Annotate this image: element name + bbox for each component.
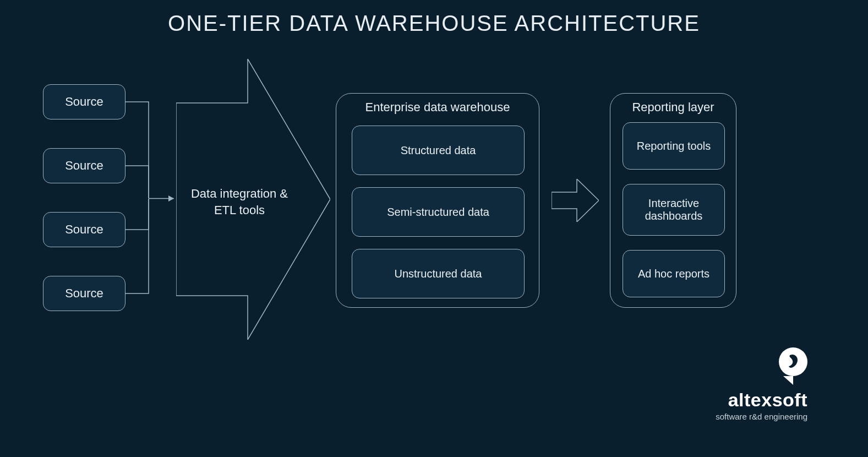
reporting-container: Reporting layer Reporting tools Interact…	[610, 93, 736, 308]
warehouse-item-3: Unstructured data	[352, 249, 525, 298]
warehouse-container: Enterprise data warehouse Structured dat…	[336, 93, 539, 308]
flow-arrow	[552, 179, 599, 222]
reporting-item-1: Reporting tools	[623, 122, 725, 170]
reporting-item-3: Ad hoc reports	[623, 250, 725, 297]
etl-label-line2: ETL tools	[214, 203, 265, 217]
source-box-3: Source	[43, 212, 125, 247]
etl-arrow-label: Data integration & ETL tools	[182, 186, 297, 218]
reporting-item-2: Interactive dashboards	[623, 184, 725, 236]
brand-tagline: software r&d engineering	[716, 412, 807, 421]
diagram-title: ONE-TIER DATA WAREHOUSE ARCHITECTURE	[0, 0, 868, 36]
source-box-2: Source	[43, 148, 125, 183]
warehouse-item-2: Semi-structured data	[352, 187, 525, 237]
source-box-4: Source	[43, 276, 125, 311]
warehouse-title: Enterprise data warehouse	[336, 100, 539, 115]
diagram-canvas: Source Source Source Source Data integra…	[0, 36, 868, 443]
reporting-title: Reporting layer	[610, 100, 736, 115]
svg-marker-1	[168, 195, 174, 202]
source-box-1: Source	[43, 84, 125, 119]
brand-name: altexsoft	[716, 389, 807, 411]
warehouse-item-1: Structured data	[352, 126, 525, 175]
etl-label-line1: Data integration &	[191, 187, 288, 200]
brand-logo: altexsoft software r&d engineering	[716, 347, 807, 421]
brand-logo-icon	[779, 347, 807, 385]
